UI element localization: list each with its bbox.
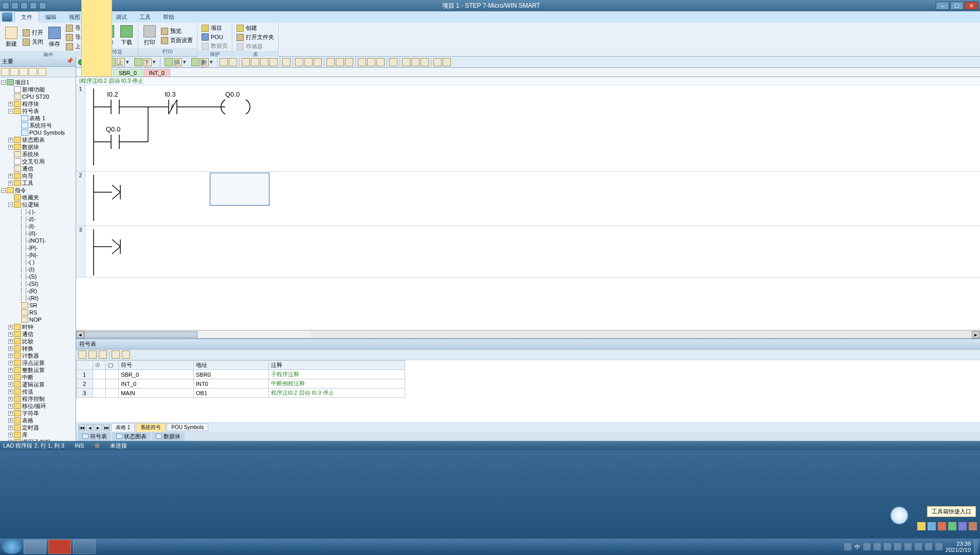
tb-icon[interactable] [220, 58, 228, 66]
delete-btn[interactable]: 删除 ▾ [189, 58, 215, 66]
tree-logic[interactable]: +逻辑运算 [1, 381, 75, 388]
tree-interrupt[interactable]: +中断 [1, 374, 75, 381]
tree-table1[interactable]: 表格 1 [1, 115, 75, 122]
tb-icon[interactable] [367, 58, 375, 66]
maximize-button[interactable]: ☐ [950, 2, 964, 10]
taskbar-app-active[interactable] [73, 540, 96, 554]
tab-sbr[interactable]: SBR_0 [113, 69, 142, 77]
view-statuschart[interactable]: 状态图表 [112, 432, 151, 441]
scroll-thumb[interactable] [84, 331, 197, 338]
tool-icon[interactable] [938, 522, 946, 530]
close-button[interactable]: 关闭 [22, 38, 44, 46]
tray-icon[interactable] [894, 543, 901, 550]
instr-nop[interactable]: NOP [1, 316, 75, 323]
tb-icon[interactable] [433, 58, 442, 66]
view-symtable[interactable]: 符号表 [78, 432, 111, 441]
symbol-table[interactable]: ☉ ▢ 符号 地址 注释 1SBR_0SBR0子程序注释 2INT_0INT0中… [76, 360, 980, 422]
print-button[interactable]: 打印 [141, 24, 158, 47]
instr-not[interactable]: -|NOT|- [1, 237, 75, 244]
ladder-canvas[interactable]: 1 I0.2 Q0.0 [76, 85, 980, 330]
pagesetup-button[interactable]: 页面设置 [160, 36, 194, 45]
table-row[interactable]: 3MAINOB1程序注I0.2 启动 I0.3 停止 [77, 388, 405, 398]
table-row[interactable]: 1SBR_0SBR0子程序注释 [77, 370, 405, 379]
instr-s[interactable]: -(S) [1, 273, 75, 280]
tree-instr[interactable]: −指令 [1, 187, 75, 194]
tree-symtable[interactable]: −符号表 [1, 107, 75, 115]
qat-btn[interactable] [11, 2, 19, 9]
instr-icoil[interactable]: -(I) [1, 266, 75, 273]
tree-syssym[interactable]: 系统符号 [1, 122, 75, 129]
symtab-table1[interactable]: 表格 1 [111, 423, 135, 432]
instr-n[interactable]: -|N|- [1, 251, 75, 258]
tb-icon[interactable] [295, 58, 303, 66]
tb-icon[interactable] [122, 350, 130, 359]
volume-icon[interactable] [935, 543, 942, 550]
tray-icon[interactable] [915, 543, 922, 550]
tree-progblock[interactable]: +程序块 [1, 100, 75, 107]
memory-button[interactable]: 存储器 [235, 42, 275, 51]
pin-icon[interactable]: 📌 [66, 58, 74, 65]
nav-prev-icon[interactable]: ◂ [86, 424, 94, 431]
tab-edit[interactable]: 编辑 [39, 12, 63, 23]
scroll-right-icon[interactable]: ▸ [972, 331, 980, 338]
tb-btn[interactable] [20, 68, 28, 76]
tb-icon[interactable] [304, 58, 313, 66]
tab-int[interactable]: INT_0 [143, 69, 170, 77]
pou-btn[interactable]: POU [201, 33, 229, 41]
tab-close-icon[interactable]: × [103, 0, 106, 76]
horizontal-scrollbar[interactable]: ◂ ▸ [76, 330, 980, 338]
tray-icon[interactable] [863, 543, 870, 550]
tb-btn[interactable] [10, 68, 19, 76]
col-cmt[interactable]: 注释 [268, 361, 405, 370]
download-button[interactable]: 下载 [118, 24, 135, 47]
qat-btn[interactable] [39, 2, 46, 9]
tree-datablock[interactable]: +数据块 [1, 143, 75, 151]
instr-imn[interactable]: -|/I|- [1, 230, 75, 237]
tb-icon[interactable] [421, 58, 429, 66]
tb-btn[interactable] [29, 68, 37, 76]
preview-button[interactable]: 预览 [160, 27, 194, 35]
tree-clock[interactable]: +时钟 [1, 323, 75, 330]
tb-btn[interactable] [1, 68, 9, 76]
network-2[interactable]: 2 [76, 172, 980, 226]
download-btn[interactable]: 下载 ▾ [132, 58, 158, 66]
instr-si[interactable]: -(SI) [1, 280, 75, 287]
tb-icon[interactable] [389, 58, 397, 66]
symtab-pou[interactable]: POU Symbols [167, 423, 208, 431]
tree-comm2[interactable]: +通信 [1, 330, 75, 338]
tray-icon[interactable] [844, 543, 851, 550]
tray-icon[interactable] [874, 543, 881, 550]
tray-icon[interactable] [925, 543, 932, 550]
tb-icon[interactable] [443, 58, 451, 66]
cloud-icon[interactable] [928, 522, 936, 530]
project-btn[interactable]: 项目 [201, 24, 229, 32]
tree-tools[interactable]: +工具 [1, 179, 75, 187]
table-row[interactable]: 2INT_0INT0中断例程注释 [77, 379, 405, 388]
app-menu-orb[interactable] [2, 12, 12, 22]
tree-shift[interactable]: +移位/循环 [1, 402, 75, 410]
datablock-btn[interactable]: 数据页 [201, 42, 229, 50]
tab-main[interactable]: MAIN× [81, 0, 112, 77]
qat-btn[interactable] [2, 2, 9, 9]
taskbar-app[interactable] [24, 540, 46, 554]
save-button[interactable]: 保存 [46, 26, 63, 49]
tab-file[interactable]: 文件 [14, 11, 39, 23]
tb-icon[interactable] [336, 58, 344, 66]
tb-icon[interactable] [411, 58, 420, 66]
openfolder-button[interactable]: 打开文件夹 [235, 33, 275, 42]
instr-ri[interactable]: -(RI) [1, 294, 75, 302]
scroll-left-icon[interactable]: ◂ [76, 331, 84, 338]
ime-indicator[interactable]: 中 [855, 543, 860, 551]
tree-convert[interactable]: +转换 [1, 345, 75, 352]
instr-rs[interactable]: RS [1, 309, 75, 316]
tb-icon[interactable] [260, 58, 268, 66]
rocket-icon[interactable] [958, 522, 967, 530]
symtab-sys[interactable]: 系统符号 [136, 423, 166, 432]
instr-sr[interactable]: SR [1, 302, 75, 309]
settings-icon[interactable] [948, 522, 956, 530]
new-button[interactable]: 新建 [3, 26, 20, 49]
tree-cpu[interactable]: CPU ST20 [1, 93, 75, 100]
instr-r[interactable]: -(R) [1, 287, 75, 294]
tray-icon[interactable] [884, 543, 891, 550]
scroll-track[interactable] [84, 331, 311, 338]
